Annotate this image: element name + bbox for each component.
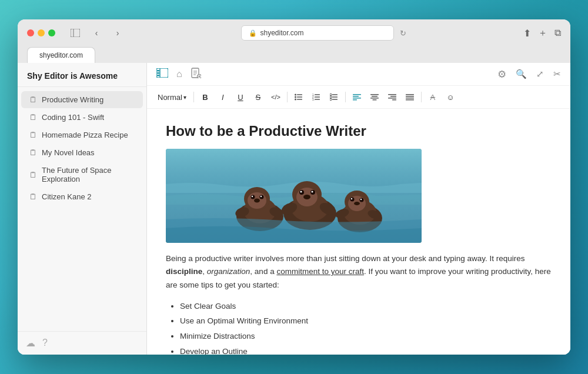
underline-button[interactable]: U	[233, 89, 248, 105]
close-button[interactable]	[27, 29, 34, 36]
sidebar-header: Shy Editor is Awesome	[18, 63, 146, 87]
browser-window: ‹ › 🔒 shyeditor.com ↻ ⬆ ＋ ⧉ shyeditor.co…	[18, 19, 570, 355]
svg-rect-41	[390, 96, 396, 97]
svg-rect-4	[157, 70, 159, 72]
svg-rect-17	[297, 96, 302, 98]
document-title: How to be a Productive Writer	[166, 123, 552, 139]
toolbar-divider-4	[421, 92, 422, 102]
settings-button[interactable]: ⚙	[497, 68, 506, 81]
italic-button[interactable]: I	[215, 89, 230, 105]
new-tab-button[interactable]: ＋	[538, 27, 547, 39]
search-button[interactable]: 🔍	[516, 69, 527, 79]
editor-bullet-list: Set Clear Goals Use an Optimal Writing E…	[180, 299, 552, 355]
svg-rect-25	[315, 99, 320, 100]
document-image	[166, 149, 422, 243]
maximize-button[interactable]	[48, 29, 55, 36]
svg-rect-34	[353, 98, 361, 99]
url-input[interactable]: 🔒 shyeditor.com	[241, 25, 394, 41]
svg-point-55	[260, 195, 264, 199]
list-item: Set Clear Goals	[180, 299, 552, 314]
svg-point-18	[295, 99, 296, 101]
svg-rect-43	[392, 99, 396, 101]
svg-rect-19	[297, 99, 302, 100]
cloud-sync-button[interactable]: ☁	[26, 338, 35, 349]
svg-rect-28	[330, 96, 332, 98]
justify-button[interactable]	[402, 89, 417, 105]
align-left-button[interactable]	[349, 89, 365, 105]
checklist-button[interactable]	[326, 89, 342, 105]
back-button[interactable]: ‹	[88, 26, 105, 39]
sidebar-item-productive-writing[interactable]: 🗒 Productive Writing	[21, 91, 143, 108]
svg-rect-37	[372, 96, 377, 97]
browser-chrome: ‹ › 🔒 shyeditor.com ↻ ⬆ ＋ ⧉ shyeditor.co…	[18, 19, 570, 63]
svg-rect-15	[297, 94, 302, 95]
magic-wand-button[interactable]: ✂	[553, 69, 561, 79]
doc-icon: 🗒	[29, 131, 37, 139]
svg-rect-35	[353, 99, 357, 101]
editor-area: ⌂ ⚙ 🔍	[147, 63, 570, 355]
expand-button[interactable]: ⤢	[536, 69, 544, 79]
app-content: Shy Editor is Awesome 🗒 Productive Writi…	[18, 63, 570, 355]
italic-text-organization: organization	[207, 267, 250, 276]
svg-text:3.: 3.	[312, 98, 315, 101]
code-button[interactable]: </>	[268, 89, 283, 105]
reload-button[interactable]: ↻	[397, 28, 409, 39]
help-button[interactable]: ?	[42, 338, 48, 349]
address-bar: 🔒 shyeditor.com ↻	[133, 25, 516, 41]
svg-rect-42	[388, 98, 396, 99]
tabs-overview-button[interactable]: ⧉	[554, 28, 561, 38]
svg-point-69	[303, 195, 310, 199]
sidebar-item-pizza[interactable]: 🗒 Homemade Pizza Recipe	[21, 126, 143, 143]
svg-point-56	[252, 196, 253, 197]
sidebar-item-citizen[interactable]: 🗒 Citizen Kane 2	[21, 188, 143, 205]
minimize-button[interactable]	[38, 29, 45, 36]
svg-rect-23	[315, 96, 320, 98]
url-text: shyeditor.com	[260, 29, 304, 37]
editor-content[interactable]: How to be a Productive Writer	[147, 109, 570, 355]
svg-rect-44	[406, 94, 414, 95]
svg-point-76	[350, 198, 355, 202]
svg-rect-27	[332, 94, 338, 95]
bold-button[interactable]: B	[198, 89, 213, 105]
formatting-toolbar: Normal ▾ B I U S </> 1.2.3.	[147, 86, 570, 109]
toolbar-divider-3	[345, 92, 346, 102]
panel-toggle-icon[interactable]	[156, 68, 168, 81]
format-style-select[interactable]: Normal ▾	[155, 91, 190, 103]
doc-icon: 🗒	[29, 95, 37, 104]
share-button[interactable]: ⬆	[523, 28, 531, 39]
insert-emoji-button[interactable]: ☺	[443, 89, 458, 105]
new-document-button[interactable]	[191, 68, 201, 81]
home-button[interactable]: ⌂	[176, 69, 182, 79]
sidebar: Shy Editor is Awesome 🗒 Productive Writi…	[18, 63, 147, 355]
align-center-button[interactable]	[367, 89, 382, 105]
strikethrough-button[interactable]: S	[250, 89, 266, 105]
list-item: Develop an Outline	[180, 344, 552, 355]
forward-button[interactable]: ›	[109, 26, 126, 39]
bullet-list-button[interactable]	[291, 89, 306, 105]
sidebar-toggle-button[interactable]	[67, 26, 83, 39]
doc-label: Productive Writing	[42, 95, 103, 104]
svg-rect-40	[388, 94, 396, 95]
numbered-list-button[interactable]: 1.2.3.	[309, 89, 324, 105]
svg-point-79	[360, 199, 362, 200]
svg-rect-30	[330, 99, 332, 101]
sidebar-item-novel[interactable]: 🗒 My Novel Ideas	[21, 144, 143, 161]
svg-point-80	[354, 202, 360, 205]
doc-icon: 🗒	[29, 171, 37, 179]
browser-titlebar: ‹ › 🔒 shyeditor.com ↻ ⬆ ＋ ⧉	[27, 25, 561, 41]
doc-label: Citizen Kane 2	[42, 192, 92, 201]
svg-rect-5	[157, 72, 159, 74]
svg-rect-47	[406, 99, 414, 101]
sidebar-item-coding101[interactable]: 🗒 Coding 101 - Swift	[21, 109, 143, 126]
svg-point-54	[251, 195, 255, 199]
align-right-button[interactable]	[385, 89, 400, 105]
top-bar-right: ⚙ 🔍 ⤢ ✂	[497, 68, 561, 81]
active-tab[interactable]: shyeditor.com	[27, 47, 95, 63]
editor-paragraph: Being a productive writer involves more …	[166, 252, 552, 292]
svg-point-78	[351, 198, 352, 199]
sidebar-footer: ☁ ?	[18, 331, 146, 355]
lock-icon: 🔒	[249, 29, 257, 37]
sidebar-item-space[interactable]: 🗒 The Future of Space Exploration	[21, 162, 143, 188]
svg-rect-29	[332, 96, 338, 98]
clear-format-button[interactable]: A	[425, 89, 440, 105]
